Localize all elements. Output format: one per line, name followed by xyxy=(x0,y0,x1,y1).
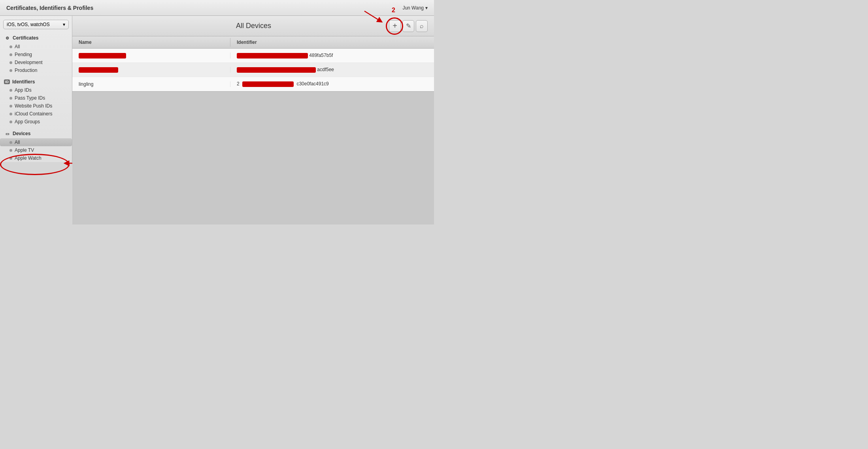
redact-id-prefix-2 xyxy=(237,67,316,73)
sidebar-item-certs-pending[interactable]: Pending xyxy=(0,51,72,58)
sidebar-item-certs-all[interactable]: All xyxy=(0,43,72,51)
platform-label: iOS, tvOS, watchOS xyxy=(7,22,50,27)
sidebar-wrapper: iOS, tvOS, watchOS ▾ ⚙ Certificates All … xyxy=(0,16,72,224)
search-icon: ⌕ xyxy=(420,23,424,30)
redact-name-2 xyxy=(79,67,118,73)
add-btn-wrapper: + xyxy=(389,20,401,32)
sidebar-item-certs-development[interactable]: Development xyxy=(0,58,72,66)
dot-icon xyxy=(9,61,12,64)
dot-icon xyxy=(9,149,12,152)
apple-tv-label: Apple TV xyxy=(15,147,34,153)
search-button[interactable]: ⌕ xyxy=(416,20,428,32)
redact-name-1 xyxy=(79,53,126,58)
devices-label: Devices xyxy=(13,131,30,136)
devices-header: ▭ Devices xyxy=(0,129,72,138)
col-name-header: Name xyxy=(72,38,230,47)
devices-table: Name Identifier 489fa57b5f xyxy=(72,36,434,92)
certificates-header: ⚙ Certificates xyxy=(0,33,72,43)
top-bar: Certificates, Identifiers & Profiles Jun… xyxy=(0,0,434,16)
main-layout: iOS, tvOS, watchOS ▾ ⚙ Certificates All … xyxy=(0,16,434,224)
pass-type-ids-label: Pass Type IDs xyxy=(15,95,45,101)
cell-name-1 xyxy=(72,53,230,58)
cell-id-3: 2 c30e0fac491c9 xyxy=(230,81,434,87)
dot-icon xyxy=(9,53,12,56)
col-identifier-header: Identifier xyxy=(230,38,434,47)
devices-all-label: All xyxy=(15,140,20,145)
edit-icon: ✎ xyxy=(406,22,411,30)
cell-id-1: 489fa57b5f xyxy=(230,53,434,58)
platform-selector[interactable]: iOS, tvOS, watchOS ▾ xyxy=(3,20,69,29)
cert-production-label: Production xyxy=(15,68,37,73)
cell-id-2: acdf5ee xyxy=(230,67,434,73)
sidebar: iOS, tvOS, watchOS ▾ ⚙ Certificates All … xyxy=(0,16,72,162)
redact-id-3 xyxy=(242,81,294,87)
table-header: Name Identifier xyxy=(72,36,434,49)
table-row[interactable]: lingling 2 c30e0fac491c9 xyxy=(72,77,434,91)
section-devices: ▭ Devices All Apple TV Apple Watch xyxy=(0,129,72,162)
app-title: Certificates, Identifiers & Profiles xyxy=(6,5,93,11)
identifiers-header: ID Identifiers xyxy=(0,77,72,86)
cert-development-label: Development xyxy=(15,60,43,65)
user-menu[interactable]: Jun Wang ▾ xyxy=(402,5,428,11)
sidebar-item-pass-type-ids[interactable]: Pass Type IDs xyxy=(0,94,72,102)
id-badge: ID xyxy=(4,79,10,84)
identifiers-label: Identifiers xyxy=(12,79,35,85)
dot-icon xyxy=(9,69,12,72)
icloud-containers-label: iCloud Containers xyxy=(15,111,52,117)
content-area: All Devices + ✎ ⌕ xyxy=(72,16,434,224)
sidebar-item-icloud-containers[interactable]: iCloud Containers xyxy=(0,110,72,118)
app-ids-label: App IDs xyxy=(15,87,32,93)
section-certificates: ⚙ Certificates All Pending Development xyxy=(0,33,72,74)
sidebar-item-devices-all[interactable]: All xyxy=(0,138,72,146)
sidebar-item-app-groups[interactable]: App Groups xyxy=(0,118,72,126)
cell-name-2 xyxy=(72,67,230,73)
content-header: All Devices + ✎ ⌕ xyxy=(72,16,434,36)
devices-icon: ▭ xyxy=(4,130,10,137)
sidebar-item-website-push-ids[interactable]: Website Push IDs xyxy=(0,102,72,110)
dot-icon xyxy=(9,89,12,92)
content-body xyxy=(72,92,434,224)
website-push-ids-label: Website Push IDs xyxy=(15,103,52,109)
dot-icon xyxy=(9,97,12,100)
table-row[interactable]: acdf5ee xyxy=(72,63,434,77)
add-button[interactable]: + xyxy=(389,20,401,32)
certificates-label: Certificates xyxy=(13,35,38,41)
table-body: 489fa57b5f acdf5ee lingling xyxy=(72,49,434,91)
certificates-icon: ⚙ xyxy=(4,35,10,41)
dot-icon xyxy=(9,113,12,115)
content-title: All Devices xyxy=(118,22,389,30)
sidebar-item-certs-production[interactable]: Production xyxy=(0,66,72,74)
apple-watch-label: Apple Watch xyxy=(15,155,42,161)
user-dropdown-icon: ▾ xyxy=(425,5,428,11)
section-identifiers: ID Identifiers App IDs Pass Type IDs Web… xyxy=(0,77,72,126)
dot-icon xyxy=(9,157,12,160)
dot-icon xyxy=(9,141,12,144)
dot-icon xyxy=(9,45,12,48)
sidebar-item-apple-tv[interactable]: Apple TV xyxy=(0,146,72,154)
sidebar-item-apple-watch[interactable]: Apple Watch xyxy=(0,154,72,162)
user-name: Jun Wang xyxy=(402,5,424,11)
edit-button[interactable]: ✎ xyxy=(402,20,414,32)
content-actions: + ✎ ⌕ xyxy=(389,20,428,32)
dot-icon xyxy=(9,105,12,108)
dot-icon xyxy=(9,121,12,123)
platform-dropdown-icon: ▾ xyxy=(63,22,65,27)
cell-name-3: lingling xyxy=(72,81,230,87)
app-groups-label: App Groups xyxy=(15,119,40,125)
cert-all-label: All xyxy=(15,44,20,49)
sidebar-item-app-ids[interactable]: App IDs xyxy=(0,86,72,94)
cert-pending-label: Pending xyxy=(15,52,32,57)
table-row[interactable]: 489fa57b5f xyxy=(72,49,434,63)
redact-id-prefix-1 xyxy=(237,53,308,58)
